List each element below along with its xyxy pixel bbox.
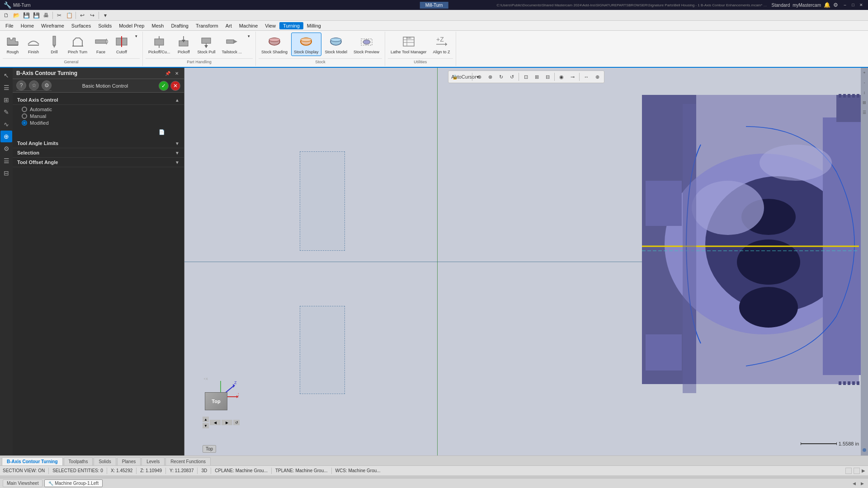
vp-btn-7[interactable]: ⊟ [542,72,552,82]
gizmo-rotate[interactable]: ↺ [233,420,240,425]
close-button[interactable]: ✕ [858,2,864,8]
sidebar-icon-toolpath[interactable]: ☰ [0,82,12,94]
sidebar-icon-arrow[interactable]: ↖ [0,70,12,81]
mg-tab-main-viewsheet[interactable]: Main Viewsheet [3,479,42,487]
rs-icon-1[interactable]: + [861,70,868,76]
menu-view[interactable]: View [261,22,279,29]
menu-file[interactable]: File [2,22,17,29]
panel-close-button[interactable]: ✕ [173,70,180,77]
menu-machine[interactable]: Machine [236,22,262,29]
status-btn-1[interactable] [845,468,852,474]
ribbon-btn-rough[interactable]: Rough [3,33,23,56]
rs-icon-5[interactable]: ☰ [861,109,868,116]
gizmo-down[interactable]: ▼ [203,423,209,428]
ribbon-btn-stock-pull[interactable]: Stock Pull [194,33,218,56]
rs-icon-2[interactable]: - [861,80,868,86]
qa-save[interactable]: 💾 [22,11,31,20]
ribbon-btn-pickoff-cu[interactable]: Pickoff/Cu... [146,33,173,56]
radio-manual[interactable]: Manual [22,113,175,119]
vp-btn-4[interactable]: ↺ [507,72,517,82]
btab-recent-functions[interactable]: Recent Functions [165,457,211,465]
mg-scroll-right[interactable]: ▶ [859,480,865,487]
qa-cut[interactable]: ✂ [55,11,64,20]
settings-icon[interactable]: ⚙ [833,2,838,8]
sidebar-icon-grid[interactable]: ⊟ [0,167,12,179]
section-tool-offset-angle[interactable]: Tool Offset Angle ▼ [13,158,184,167]
view-label-btn[interactable]: Top [203,445,216,453]
btab-levels[interactable]: Levels [142,457,165,465]
section-selection[interactable]: Selection ▼ [13,148,184,158]
section-tool-axis-control[interactable]: Tool Axis Control ▲ [13,95,184,105]
maximize-button[interactable]: □ [850,2,856,8]
qa-redo[interactable]: ↪ [88,11,97,20]
vp-btn-autocursor[interactable]: AutoCursor ▾ [460,72,470,82]
ribbon-btn-pinch-turn[interactable]: Pinch Turn [65,33,90,56]
ribbon-btn-more-general[interactable]: ▾ [132,33,140,40]
gizmo-left[interactable]: ◀ [210,420,221,425]
qa-more[interactable]: ▾ [101,11,110,20]
radio-modified[interactable]: Modified [22,120,175,126]
vp-btn-10[interactable]: ↔ [581,72,591,82]
notification-icon[interactable]: 🔔 [824,2,830,8]
vp-btn-6[interactable]: ⊞ [532,72,542,82]
menu-home[interactable]: Home [17,22,38,29]
menu-turning[interactable]: Turning [279,22,303,29]
menu-model-prep[interactable]: Model Prep [115,22,148,29]
ribbon-btn-drill[interactable]: Drill [44,33,64,56]
gizmo-right[interactable]: ▶ [222,420,232,425]
sidebar-icon-layers[interactable]: ⊞ [0,94,12,106]
ribbon-btn-align-to-z[interactable]: +Z Align to Z [430,33,453,56]
section-tool-angle-limits[interactable]: Tool Angle Limits ▼ [13,139,184,148]
qa-open[interactable]: 📂 [12,11,21,20]
gizmo-up[interactable]: ▲ [203,417,209,422]
ribbon-btn-stock-shading[interactable]: Stock Shading [259,33,290,56]
menu-mesh[interactable]: Mesh [148,22,167,29]
panel-cancel-button[interactable]: ✕ [170,81,180,91]
vp-btn-1[interactable]: ⊕ [474,72,484,82]
panel-bookmark-button[interactable]: ☆ [29,80,39,90]
ribbon-btn-more-ph[interactable]: ▾ [245,33,253,40]
rs-icon-4[interactable]: ⊞ [861,99,868,106]
btab-planes[interactable]: Planes [117,457,141,465]
qa-save-all[interactable]: 💾 [32,11,41,20]
qa-print[interactable]: 🖶 [42,11,51,20]
ribbon-btn-tailstock[interactable]: Tailstock ... [219,33,245,56]
mg-tab-machine-group[interactable]: 🔧 Machine Group-1.Left [44,479,103,487]
vp-btn-5[interactable]: ⊡ [521,72,531,82]
ribbon-btn-cutoff[interactable]: Cutoff [112,33,132,56]
ribbon-btn-face[interactable]: Face [91,33,111,56]
btab-b-axis[interactable]: B-Axis Contour Turning [2,457,63,465]
menu-drafting[interactable]: Drafting [167,22,192,29]
view-cube[interactable]: Top [205,392,227,410]
panel-help-button[interactable]: ? [16,80,26,90]
qa-new[interactable]: 🗋 [2,11,11,20]
menu-milling[interactable]: Milling [303,22,325,29]
ribbon-btn-lathe-tool-manager[interactable]: Tools Lathe Tool Manager [388,33,429,56]
panel-settings-button[interactable]: ⚙ [42,80,52,90]
qa-copy[interactable]: 📋 [65,11,74,20]
sidebar-icon-active[interactable]: ⊕ [0,131,12,142]
menu-surfaces[interactable]: Surfaces [68,22,94,29]
rs-icon-3[interactable]: ↕ [861,89,868,96]
radio-automatic[interactable]: Automatic [22,107,175,112]
menu-wireframe[interactable]: Wireframe [38,22,68,29]
qa-undo[interactable]: ↩ [78,11,87,20]
viewport[interactable]: 🔒 AutoCursor ▾ ⊕ ⊗ ↻ ↺ ⊡ ⊞ ⊟ ◉ ⊸ ↔ ⊕ [184,68,868,455]
status-btn-2[interactable] [854,468,860,474]
ribbon-btn-stock-model[interactable]: Stock Model [322,33,350,56]
vp-btn-9[interactable]: ⊸ [567,72,577,82]
ribbon-btn-finish[interactable]: Finish [24,33,43,56]
sidebar-icon-list[interactable]: ☰ [0,155,12,167]
minimize-button[interactable]: – [842,2,848,8]
vp-btn-3[interactable]: ↻ [496,72,506,82]
btab-solids[interactable]: Solids [94,457,116,465]
vp-btn-8[interactable]: ◉ [557,72,566,82]
sidebar-icon-curve[interactable]: ∿ [0,118,12,130]
menu-solids[interactable]: Solids [94,22,115,29]
vp-btn-11[interactable]: ⊕ [592,72,602,82]
mg-scroll-left[interactable]: ◀ [851,480,857,487]
ribbon-btn-stock-preview[interactable]: Stock Preview [351,33,382,56]
modified-file-icon[interactable]: 📄 [158,128,166,136]
sidebar-icon-edit[interactable]: ✎ [0,106,12,118]
ribbon-btn-stock-display[interactable]: Stock Display [291,33,321,56]
